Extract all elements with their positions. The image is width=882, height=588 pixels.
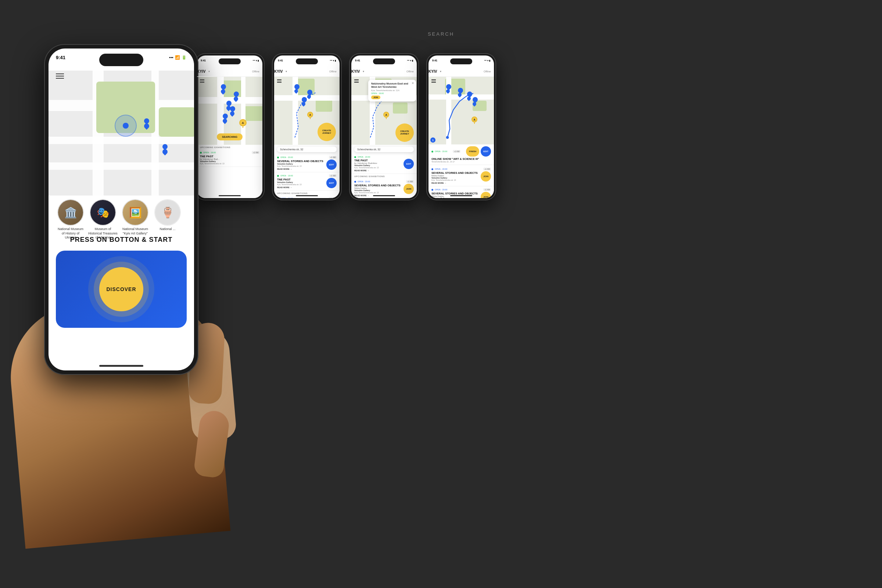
phone-4: 9:41 ▪▪▪▾▮ KYIV ▾ Offline bbox=[349, 53, 419, 200]
time-2: 9:41 bbox=[201, 59, 206, 62]
museum-item[interactable]: 🏛️ National Museum of History of Ukraine bbox=[56, 199, 85, 240]
discover-button[interactable]: DISCOVER bbox=[99, 267, 143, 311]
list-item[interactable]: OPEN - 20:00 +1 KM SEVERAL STORIES AND O… bbox=[429, 186, 494, 198]
home-indicator bbox=[99, 365, 143, 367]
join-btn[interactable]: JOIN bbox=[481, 171, 491, 182]
header-3: KYIV ▾ Offline bbox=[274, 66, 340, 77]
edit-btn-5[interactable]: EDIT bbox=[481, 146, 491, 156]
close-popup[interactable]: ✕ bbox=[412, 82, 414, 85]
map-pin bbox=[162, 144, 168, 151]
phone-3: 9:41 ▪▪▪ ▾ ▮ KYIV ▾ Offline bbox=[272, 53, 342, 200]
pin-a-2: A bbox=[239, 119, 247, 128]
page-title: SEARCH bbox=[428, 31, 454, 37]
phone-frame-large: 9:41 ▪▪▪ 📶 🔋 bbox=[44, 44, 198, 375]
list-item[interactable]: OPEN - 20:00 +1 KM SEVERAL STORIES AND O… bbox=[429, 166, 494, 186]
map-3: A CREATEJORNEY bbox=[274, 77, 340, 145]
phone-1: 9:41 ▪▪▪ 📶 🔋 bbox=[37, 44, 213, 522]
museum-item[interactable]: 🖼️ National Museum "Kyiv Art Gallery" bbox=[120, 199, 150, 240]
menu-5[interactable] bbox=[432, 80, 436, 82]
list-section-4: OPEN - 20:00 TNE PAST by Volodymyr Budni… bbox=[351, 154, 417, 198]
battery-icon: 🔋 bbox=[182, 55, 187, 60]
list-section-5: OPEN - 20:00 +1 KM SEVERAL STORIES AND O… bbox=[429, 166, 494, 198]
location-indicator bbox=[115, 115, 137, 137]
edit-btn[interactable]: EDIT bbox=[326, 159, 337, 170]
header-4: KYIV ▾ Offline bbox=[351, 66, 417, 77]
menu-4[interactable] bbox=[354, 80, 358, 82]
pin-2a bbox=[221, 84, 226, 91]
pin-2d bbox=[223, 114, 228, 120]
show-info-panel: OPEN - 20:00 +1 KM FINISH EDIT ONLINE SH… bbox=[429, 144, 494, 165]
museum-item[interactable]: 🎭 Museum of Historical Treasures of Ukra… bbox=[88, 199, 118, 240]
join-popup-btn[interactable]: JOIN bbox=[371, 96, 380, 99]
pin-2e bbox=[234, 92, 239, 98]
map-2: A SEARCHING bbox=[197, 77, 262, 145]
battery-2: ▮ bbox=[258, 59, 259, 62]
edit-btn-4[interactable]: EDIT bbox=[404, 159, 414, 169]
map-5: A 1 bbox=[429, 77, 494, 145]
join-btn[interactable]: JOIN bbox=[404, 184, 414, 194]
list-item[interactable]: OPEN - 20:00 TNE PAST by Volodymyr Budni… bbox=[351, 154, 417, 174]
address-bar-3[interactable]: Schevchenka str, 32 bbox=[277, 147, 337, 152]
time: 9:41 bbox=[56, 55, 65, 60]
list-item[interactable]: OPEN - 19:00 +1 KM TNE PAST by Volodymyr… bbox=[197, 149, 262, 167]
menu-icon[interactable] bbox=[56, 74, 64, 79]
address-bar-4[interactable]: Schevchenka str, 32 bbox=[354, 147, 414, 152]
finish-btn[interactable]: FINISH bbox=[466, 146, 479, 156]
map-4: A ✕ Natzionalny Museum East and West Art… bbox=[351, 77, 417, 145]
edit-btn[interactable]: EDIT bbox=[326, 178, 337, 188]
list-section-3: OPEN - 20:00 +1 KM SEVERAL STORIES AND O… bbox=[274, 154, 340, 198]
join-btn[interactable]: JOIN bbox=[481, 192, 491, 198]
svg-point-0 bbox=[446, 136, 449, 138]
pin-2c bbox=[230, 106, 235, 113]
discover-area[interactable]: DISCOVER bbox=[56, 250, 187, 328]
wifi-icon: 📶 bbox=[175, 55, 180, 60]
header-5: KYIV ▾ Offline bbox=[429, 66, 494, 77]
phone-2: 9:41 ▪▪▪ ▾ ▮ KYIV ▾ Offline bbox=[195, 53, 265, 200]
phone-5: 9:41 ▪▪▪▾▮ KYIV ▾ Offline bbox=[426, 53, 496, 200]
info-popup-4[interactable]: ✕ Natzionalny Museum East and West Art T… bbox=[368, 80, 416, 101]
museum-item[interactable]: 🏺 National ... bbox=[153, 199, 182, 240]
time-3: 9:41 bbox=[278, 59, 283, 62]
map-section bbox=[48, 70, 194, 195]
home-indicator-3 bbox=[296, 195, 318, 196]
home-indicator-5 bbox=[450, 195, 472, 196]
menu-2[interactable] bbox=[200, 80, 204, 82]
searching-button[interactable]: SEARCHING bbox=[217, 134, 243, 140]
header-2: KYIV ▾ Offline bbox=[197, 66, 262, 77]
menu-3[interactable] bbox=[277, 80, 282, 82]
signal-2: ▪▪▪ bbox=[253, 59, 255, 62]
list-section-2: Upcoming exhibitions OPEN - 19:00 +1 KM … bbox=[197, 145, 262, 198]
home-indicator-4 bbox=[373, 195, 395, 196]
home-indicator-2 bbox=[219, 195, 241, 196]
press-text: PRESS ON BOTTON & START bbox=[48, 236, 194, 244]
list-item[interactable]: OPEN - 19:00 +1 KM TNE PAST Voloshin Gal… bbox=[274, 172, 340, 191]
wifi-2: ▾ bbox=[256, 59, 257, 62]
map-pin bbox=[144, 118, 149, 125]
signal-icon: ▪▪▪ bbox=[169, 55, 174, 60]
list-item[interactable]: OPEN - 20:00 +1 KM SEVERAL STORIES AND O… bbox=[274, 154, 340, 172]
pin-a-3: A bbox=[306, 112, 314, 120]
